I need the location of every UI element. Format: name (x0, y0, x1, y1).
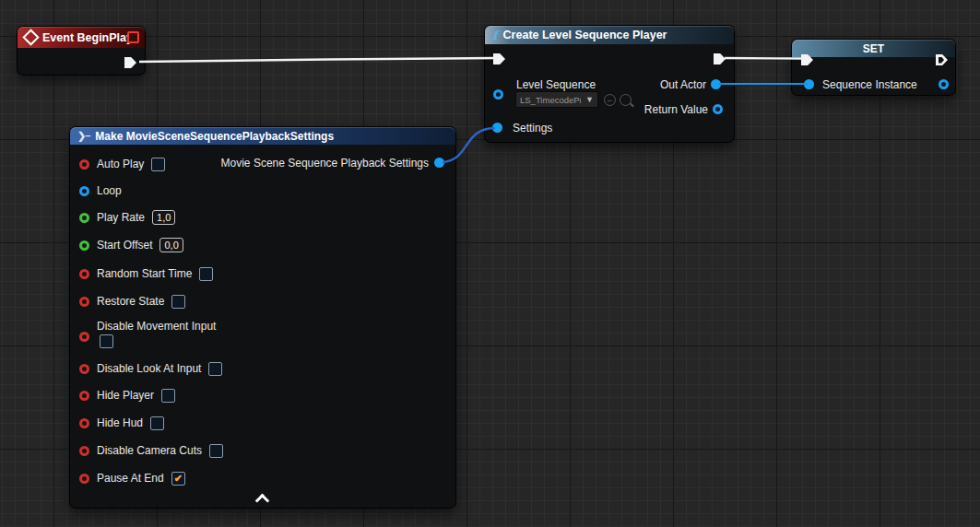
auto-play-checkbox[interactable] (151, 158, 165, 171)
node-event-beginplay-header[interactable]: Event BeginPlay (18, 27, 145, 48)
node-make-title: Make MovieSceneSequencePlaybackSettings (95, 130, 334, 143)
disable-look-at-input-label: Disable Look At Input (97, 362, 201, 375)
exec-in-pin[interactable] (493, 53, 505, 64)
sequence-instance-pin-label: Sequence Instance (822, 78, 917, 91)
level-sequence-asset-value: LS_TimecodePro (520, 95, 581, 105)
node-set-sequence-instance[interactable]: SET Sequence Instance (791, 39, 956, 96)
playback-settings-out-pin[interactable] (434, 158, 444, 168)
node-set-header[interactable]: SET (792, 40, 955, 57)
level-sequence-asset-dropdown[interactable]: LS_TimecodePro ▼ (515, 91, 598, 108)
pin-row-play-rate: Play Rate 1,0 (79, 209, 175, 226)
exec-out-pin[interactable] (714, 53, 726, 64)
pin-row-hide-hud: Hide Hud (79, 415, 164, 431)
disable-camera-cuts-checkbox[interactable] (209, 444, 223, 458)
hide-player-pin[interactable] (79, 391, 89, 401)
node-make-header[interactable]: ❯– Make MovieSceneSequencePlaybackSettin… (70, 127, 455, 145)
return-value-pin-label: Return Value (644, 103, 708, 116)
pin-row-restore-state: Restore State (79, 293, 185, 310)
disable-look-at-input-pin[interactable] (79, 364, 89, 374)
wire-exec-beginplay-to-create[interactable] (139, 58, 494, 62)
out-actor-pin-label: Out Actor (660, 78, 706, 91)
random-start-time-pin[interactable] (79, 269, 89, 279)
event-icon (22, 29, 39, 45)
start-offset-label: Start Offset (97, 239, 152, 252)
pin-row-random-start-time: Random Start Time (79, 265, 213, 282)
exec-in-pin[interactable] (801, 54, 813, 65)
play-rate-input[interactable]: 1,0 (152, 210, 175, 225)
node-create-level-sequence-player[interactable]: f Create Level Sequence Player Level Seq… (484, 25, 735, 143)
make-struct-icon: ❯– (77, 130, 89, 142)
function-icon: f (492, 29, 498, 42)
start-offset-pin[interactable] (79, 240, 89, 251)
sequence-instance-out-pin[interactable] (939, 79, 949, 89)
disable-look-at-input-checkbox[interactable] (208, 362, 222, 376)
loop-pin[interactable] (79, 186, 89, 196)
hide-player-label: Hide Player (97, 389, 154, 402)
restore-state-checkbox[interactable] (171, 295, 185, 309)
restore-state-label: Restore State (97, 295, 164, 308)
level-sequence-pin[interactable] (493, 89, 503, 100)
disable-movement-input-checkbox[interactable] (100, 334, 113, 348)
pin-row-loop: Loop (79, 182, 122, 199)
node-create-title: Create Level Sequence Player (503, 29, 667, 41)
node-make-playback-settings[interactable]: ❯– Make MovieSceneSequencePlaybackSettin… (69, 126, 456, 509)
playback-settings-out-label: Movie Scene Sequence Playback Settings (221, 157, 429, 170)
pause-at-end-label: Pause At End (97, 472, 164, 485)
node-set-title: SET (863, 42, 884, 55)
pause-at-end-checkbox[interactable]: ✔ (171, 472, 185, 486)
disable-movement-input-pin[interactable] (79, 332, 89, 342)
disable-movement-input-label: Disable Movement Input (97, 320, 216, 333)
sequence-instance-in-pin[interactable] (804, 79, 814, 89)
auto-play-pin[interactable] (79, 159, 89, 170)
random-start-time-checkbox[interactable] (199, 267, 213, 281)
play-rate-label: Play Rate (97, 211, 145, 224)
hide-hud-checkbox[interactable] (150, 416, 164, 430)
settings-pin[interactable] (492, 123, 502, 133)
play-rate-pin[interactable] (79, 213, 89, 223)
pin-row-auto-play: Auto Play (79, 156, 165, 172)
hide-hud-label: Hide Hud (97, 416, 143, 429)
return-value-pin[interactable] (713, 104, 723, 114)
collapse-node-button[interactable] (257, 493, 267, 503)
browse-asset-icon[interactable] (620, 94, 632, 106)
node-create-header[interactable]: f Create Level Sequence Player (485, 26, 734, 44)
pin-row-start-offset: Start Offset 0,0 (79, 237, 183, 253)
hide-player-checkbox[interactable] (161, 389, 175, 403)
hide-hud-pin[interactable] (79, 418, 89, 428)
out-actor-pin[interactable] (711, 79, 721, 89)
loop-label: Loop (97, 184, 122, 197)
exec-out-pin[interactable] (936, 54, 948, 65)
pause-at-end-pin[interactable] (79, 474, 89, 484)
restore-state-pin[interactable] (79, 297, 89, 307)
exec-out-pin[interactable] (124, 57, 136, 68)
random-start-time-label: Random Start Time (97, 267, 192, 280)
pin-row-disable-look-at-input: Disable Look At Input (79, 360, 222, 377)
pin-row-disable-camera-cuts: Disable Camera Cuts (79, 442, 223, 459)
pin-row-pause-at-end: Pause At End ✔ (79, 470, 185, 486)
use-selected-asset-icon[interactable]: ← (604, 94, 616, 106)
settings-pin-label: Settings (513, 122, 552, 135)
chevron-down-icon: ▼ (585, 95, 594, 104)
node-event-beginplay-title: Event BeginPlay (42, 31, 133, 44)
auto-play-label: Auto Play (97, 158, 144, 170)
disable-camera-cuts-pin[interactable] (79, 446, 89, 456)
level-sequence-pin-label: Level Sequence (516, 78, 596, 91)
pin-row-hide-player: Hide Player (79, 387, 175, 404)
disable-camera-cuts-label: Disable Camera Cuts (97, 444, 202, 457)
blueprint-canvas[interactable]: Event BeginPlay f Create Level Sequence … (0, 0, 980, 527)
delegate-pin[interactable] (127, 31, 139, 43)
start-offset-input[interactable]: 0,0 (159, 238, 183, 252)
node-event-beginplay[interactable]: Event BeginPlay (17, 26, 146, 76)
